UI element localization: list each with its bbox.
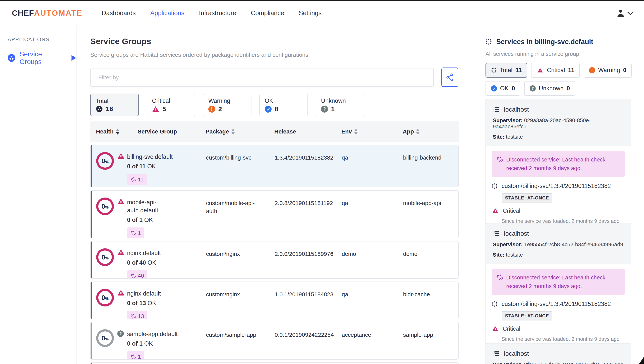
- service-card-2[interactable]: localhost Supervisor: 1e95554f-2cb8-4c52…: [486, 223, 631, 348]
- column-header-env[interactable]: Env: [341, 128, 403, 135]
- ok-count: 0 of 40 OK: [127, 259, 200, 267]
- sort-icon[interactable]: [416, 129, 420, 135]
- supervisor-line: Supervisor: 029a3a8a-20ac-4590-850e-9a4a…: [493, 117, 624, 130]
- service-health-status: Critical: [503, 207, 520, 214]
- pill-unknown[interactable]: ? Unknown0: [524, 81, 576, 96]
- column-header-release[interactable]: Release: [274, 128, 341, 135]
- chef-automate-logo[interactable]: CHEF AUTOMATE: [12, 9, 82, 18]
- status-card-critical[interactable]: Critical 5: [146, 94, 195, 116]
- broken-link-icon: [130, 354, 136, 359]
- sidebar-item-label: Service Groups: [20, 50, 61, 66]
- status-card-count: 5: [162, 105, 166, 113]
- env-cell: qa: [342, 191, 403, 238]
- disconnected-count: 1: [138, 229, 141, 237]
- site-line: Site: testsite: [493, 252, 624, 258]
- table-row-billing-svc[interactable]: 0% billing-svc.default 0 of 11 OK 11 cus…: [90, 145, 459, 187]
- env-cell: qa: [342, 282, 403, 319]
- status-card-label: Warning: [208, 97, 251, 104]
- service-package-id: custom/billing-svc/1.3.4/20190115182382: [502, 300, 611, 307]
- column-header-health[interactable]: Health: [90, 128, 127, 135]
- since-loaded-text: Since the service was loaded, 2 months 9…: [502, 336, 625, 342]
- service-package-id: custom/billing-svc/1.3.4/20190115182382: [502, 183, 611, 189]
- status-card-unknown[interactable]: Unknown ? 1: [316, 94, 364, 116]
- disconnected-badge[interactable]: 11: [127, 174, 147, 185]
- broken-link-icon: [130, 273, 136, 278]
- logo-chef: CHEF: [12, 9, 34, 18]
- package-cell: custom/sample-app: [206, 322, 275, 359]
- nav-tab-applications[interactable]: Applications: [150, 10, 184, 17]
- banner-text: Disconnected service: Last health check …: [506, 273, 620, 290]
- column-header-package[interactable]: Package: [206, 128, 274, 135]
- critical-icon: [118, 153, 124, 159]
- release-cell: 2.0.8/20190115181192: [275, 191, 342, 238]
- sort-icon[interactable]: [116, 129, 120, 135]
- service-group-name: billing-svc.default: [127, 153, 200, 161]
- sort-icon[interactable]: [231, 129, 235, 135]
- service-card-3[interactable]: localhost Supervisor: 2fb65869-de1b-4341…: [486, 343, 631, 364]
- status-card-ok[interactable]: OK 8: [259, 94, 308, 116]
- disconnected-count: 40: [138, 272, 144, 279]
- disconnected-count: 13: [138, 313, 144, 319]
- critical-icon: [118, 290, 124, 295]
- table-row-nginx-bldr[interactable]: 0% nginx.default 0 of 13 OK 13 custom/ng…: [90, 281, 459, 319]
- app-cell: bldr-cache: [403, 282, 458, 319]
- pill-critical[interactable]: Critical11: [531, 63, 580, 78]
- sidebar-item-service-groups[interactable]: Service Groups: [7, 50, 76, 66]
- pill-warning[interactable]: ! Warning0: [584, 63, 632, 78]
- status-card-label: Unknown: [321, 97, 364, 104]
- health-ring: 0%: [96, 329, 114, 347]
- ok-icon: [265, 106, 272, 113]
- release-cell: 0.0.1/20190924222254: [275, 322, 342, 359]
- broken-link-icon: [130, 177, 136, 182]
- status-card-label: OK: [265, 97, 308, 104]
- service-group-name: mobile-api-auth.default: [127, 198, 179, 214]
- disconnected-count: 1: [138, 353, 141, 359]
- disconnected-badge[interactable]: 1: [127, 351, 144, 359]
- nav-tab-infrastructure[interactable]: Infrastructure: [199, 10, 236, 17]
- table-row-sample-app[interactable]: 0% ? sample-app.default 0 of 1 OK 1 cust…: [90, 322, 459, 359]
- disconnected-badge[interactable]: 1: [127, 227, 144, 238]
- mouse-cursor: [639, 357, 644, 364]
- disconnected-badge[interactable]: 13: [127, 311, 148, 319]
- services-dots-icon: [486, 39, 492, 45]
- status-card-count: 8: [275, 105, 278, 113]
- user-menu[interactable]: [616, 8, 632, 18]
- broken-link-icon: [130, 313, 136, 319]
- unknown-accent-bar: [91, 322, 92, 359]
- nav-tab-compliance[interactable]: Compliance: [251, 10, 284, 17]
- health-ring: 0%: [96, 289, 114, 306]
- unknown-icon: ?: [530, 85, 536, 92]
- expand-arrow-icon[interactable]: [72, 55, 76, 61]
- column-header-service-group[interactable]: Service Group: [127, 128, 206, 135]
- service-card-1[interactable]: localhost Supervisor: 029a3a8a-20ac-4590…: [486, 99, 631, 230]
- table-row-partial[interactable]: [90, 362, 459, 364]
- package-cell: custom/nginx: [206, 241, 275, 279]
- nav-tab-dashboards[interactable]: Dashboards: [102, 10, 136, 17]
- service-groups-table: Health Service Group Package Release Env…: [90, 121, 459, 364]
- status-card-warning[interactable]: Warning ! 2: [203, 94, 252, 116]
- sort-icon[interactable]: [354, 129, 358, 135]
- pill-total[interactable]: Total11: [486, 63, 527, 78]
- panel-title: Services in billing-svc.default: [496, 38, 593, 46]
- app-cell: mobile-app-api: [403, 191, 458, 238]
- ok-count: 0 of 11 OK: [127, 162, 200, 171]
- pill-ok[interactable]: OK0: [486, 81, 520, 96]
- sidebar-section-label: APPLICATIONS: [8, 37, 76, 43]
- unknown-icon: ?: [117, 330, 124, 337]
- panel-subtitle: All services running in a service group.: [486, 51, 580, 57]
- share-button[interactable]: [442, 68, 458, 87]
- table-row-mobile-api-auth[interactable]: 0% mobile-api-auth.default 0 of 1 OK 1 c…: [90, 190, 459, 238]
- column-header-app[interactable]: App: [403, 128, 459, 135]
- critical-icon: [492, 208, 498, 213]
- nav-tab-settings[interactable]: Settings: [299, 10, 322, 17]
- table-row-nginx-demo[interactable]: 0% nginx.default 0 of 40 OK 40 custom/ng…: [90, 241, 459, 279]
- critical-icon: [538, 68, 543, 72]
- broken-link-icon: [496, 156, 503, 163]
- disconnected-badge[interactable]: 40: [127, 270, 148, 279]
- status-card-total[interactable]: Total 16: [90, 94, 139, 116]
- host-name: localhost: [504, 106, 529, 113]
- package-cell: custom/billing-svc: [206, 145, 275, 187]
- env-cell: qa: [342, 145, 403, 187]
- filter-input[interactable]: [90, 68, 434, 87]
- services-dots-icon: [492, 301, 498, 307]
